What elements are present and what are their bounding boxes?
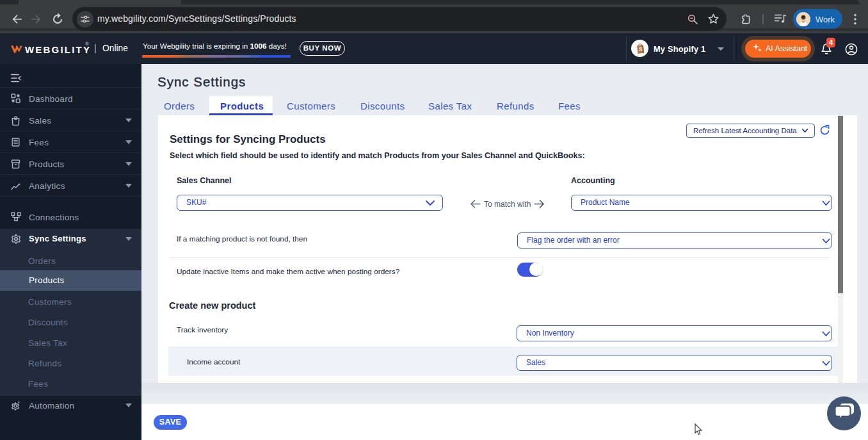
svg-text:S: S (639, 46, 643, 53)
